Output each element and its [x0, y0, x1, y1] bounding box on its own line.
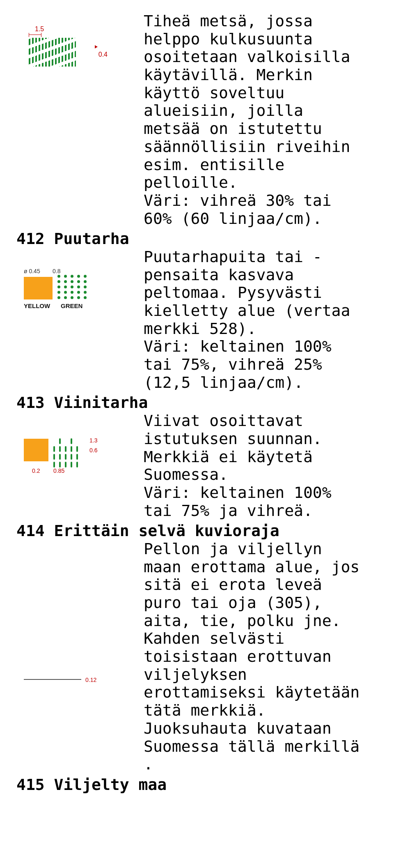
symbol-411-dense-forest: 1.5 0.4: [21, 33, 94, 78]
dim-label-0.85: 0.85: [53, 467, 64, 474]
heading-413: 413 Viinitarha: [16, 394, 378, 412]
dim-label-0.2: 0.2: [32, 467, 40, 474]
section-411: 1.5 0.4 Tiheä metsä, jossa helppo kulkus…: [16, 12, 378, 228]
section-413: 1.3 0.6 0.2 0.85 Viivat osoittavat istut…: [16, 412, 378, 520]
green-dot-grid-icon: [57, 275, 90, 302]
dim-label-0.4: 0.4: [98, 51, 108, 58]
hatch-pattern-icon: [29, 38, 76, 67]
symbol-412-orchard: ø 0.45 0.8 YELLOW GREEN: [21, 265, 94, 314]
dim-label-1.3: 1.3: [89, 437, 97, 444]
arrow-right-icon: [95, 45, 98, 48]
yellow-square-icon: [24, 439, 48, 461]
dim-label-08: 0.8: [53, 268, 60, 274]
dim-label-045: ø 0.45: [24, 268, 40, 274]
dim-label-0.6: 0.6: [89, 447, 97, 454]
symbol-413-vineyard: 1.3 0.6 0.2 0.85: [21, 426, 103, 480]
symbol-414-boundary-line: 0.12: [21, 668, 103, 692]
green-dash-lines-icon: [53, 435, 94, 467]
desc-411: Tiheä metsä, jossa helppo kulkusuunta os…: [144, 12, 378, 228]
heading-414: 414 Erittäin selvä kuvioraja: [16, 522, 378, 540]
heading-412: 412 Puutarha: [16, 230, 378, 248]
desc-414: Pellon ja viljellyn maan erottama alue, …: [144, 540, 378, 774]
desc-412: Puutarhapuita tai - pensaita kasvava pel…: [144, 248, 378, 392]
heading-415: 415 Viljelty maa: [16, 776, 378, 794]
dim-top: [29, 33, 76, 38]
page: 1.5 0.4 Tiheä metsä, jossa helppo kulkus…: [0, 0, 394, 868]
yellow-square-icon: [24, 277, 53, 299]
section-414: 0.12 Pellon ja viljellyn maan erottama a…: [16, 540, 378, 774]
label-yellow: YELLOW: [24, 302, 50, 309]
label-green: GREEN: [61, 302, 82, 309]
thin-line-icon: [24, 679, 81, 680]
dim-label-1.5: 1.5: [35, 25, 44, 33]
section-412: ø 0.45 0.8 YELLOW GREEN Puutarhapuita ta…: [16, 248, 378, 392]
dim-label-0.12: 0.12: [85, 677, 96, 683]
desc-413: Viivat osoittavat istutuksen suunnan. Me…: [144, 412, 378, 520]
